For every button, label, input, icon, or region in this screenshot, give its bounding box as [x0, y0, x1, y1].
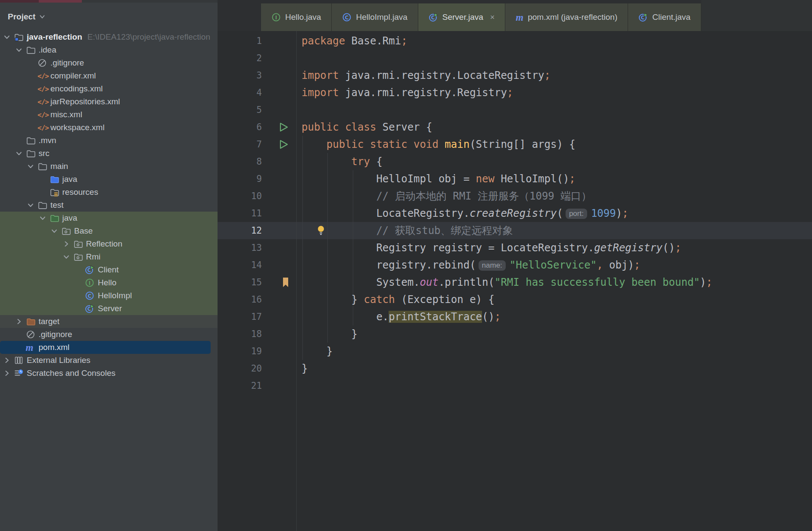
editor-line-15[interactable]: 15 System.out.println("RMI has successfu… [218, 274, 812, 291]
editor-line-13[interactable]: 13 Registry registry = LocateRegistry.ge… [218, 239, 812, 256]
tree-item-java[interactable]: java [0, 173, 218, 186]
tree-item-compiler-xml[interactable]: </>compiler.xml [0, 69, 218, 82]
tree-item-external-libraries[interactable]: External Libraries [0, 354, 218, 367]
tree-item--gitignore[interactable]: .gitignore [0, 328, 218, 341]
editor-line-20[interactable]: 20} [218, 360, 812, 377]
editor-line-11[interactable]: 11 LocateRegistry.createRegistry(port:10… [218, 205, 812, 222]
editor-line-6[interactable]: 6public class Server { [218, 119, 812, 136]
chevron-down-icon[interactable] [3, 33, 11, 41]
editor-line-17[interactable]: 17 e.printStackTrace(); [218, 308, 812, 325]
run-icon[interactable] [278, 122, 289, 133]
tree-item-encodings-xml[interactable]: </>encodings.xml [0, 82, 218, 95]
editor-line-5[interactable]: 5 [218, 101, 812, 119]
tree-item-workspace-xml[interactable]: </>workspace.xml [0, 121, 218, 134]
editor-line-4[interactable]: 4import java.rmi.registry.Registry; [218, 84, 812, 101]
tree-item--idea[interactable]: .idea [0, 44, 218, 56]
tab-pom-xml-java-reflection-[interactable]: mpom.xml (java-reflection) [505, 3, 628, 31]
tree-item-base[interactable]: Base [0, 225, 218, 237]
tree-item-helloimpl[interactable]: CHelloImpl [0, 289, 218, 302]
editor-line-7[interactable]: 7 public static void main(String[] args)… [218, 136, 812, 153]
bookmark-icon[interactable] [281, 277, 290, 288]
chevron-down-icon[interactable] [15, 46, 23, 54]
chevron-down-icon[interactable] [26, 201, 35, 209]
line-number[interactable]: 17 [218, 308, 263, 325]
line-number[interactable]: 10 [218, 187, 263, 205]
project-view-header[interactable]: Project [0, 3, 218, 23]
tree-item-server[interactable]: CServer [0, 302, 218, 315]
line-number[interactable]: 8 [218, 153, 263, 170]
tree-item--gitignore[interactable]: .gitignore [0, 56, 218, 69]
tree-item-rmi[interactable]: Rmi [0, 250, 218, 263]
line-number[interactable]: 16 [218, 291, 263, 308]
tree-item-resources[interactable]: resources [0, 186, 218, 199]
close-tab-icon[interactable]: × [490, 13, 495, 22]
line-number[interactable]: 3 [218, 67, 263, 84]
line-number[interactable]: 7 [218, 136, 263, 153]
chevron-down-icon[interactable] [15, 149, 23, 158]
tree-item-target[interactable]: target [0, 315, 218, 328]
chevron-down-icon[interactable] [62, 253, 71, 261]
editor-line-19[interactable]: 19 } [218, 343, 812, 360]
tree-item-jarrepositories-xml[interactable]: </>jarRepositories.xml [0, 95, 218, 108]
tree-item--mvn[interactable]: .mvn [0, 134, 218, 147]
tree-item-java[interactable]: java [0, 212, 218, 225]
editor-line-8[interactable]: 8 try { [218, 153, 812, 170]
editor-line-18[interactable]: 18 } [218, 325, 812, 343]
editor-line-21[interactable]: 21 [218, 377, 812, 394]
editor-line-10[interactable]: 10 // 启动本地的 RMI 注册服务（1099 端口） [218, 187, 812, 205]
line-number[interactable]: 4 [218, 84, 263, 101]
line-number[interactable]: 18 [218, 325, 263, 343]
gutter-bulb[interactable] [316, 225, 326, 236]
code-editor[interactable]: 1package Base.Rmi;23import java.rmi.regi… [218, 31, 812, 531]
editor-line-16[interactable]: 16 } catch (Exception e) { [218, 291, 812, 308]
editor-line-1[interactable]: 1package Base.Rmi; [218, 32, 812, 50]
line-number[interactable]: 15 [218, 274, 263, 291]
chevron-down-icon[interactable] [50, 227, 59, 235]
tree-item-test[interactable]: test [0, 199, 218, 212]
line-number[interactable]: 11 [218, 205, 263, 222]
tree-item-scratches-and-consoles[interactable]: Scratches and Consoles [0, 367, 218, 380]
line-number[interactable]: 19 [218, 343, 263, 360]
line-number[interactable]: 13 [218, 239, 263, 256]
tree-item-pom-xml[interactable]: mpom.xml [0, 341, 211, 354]
run-icon[interactable] [278, 139, 289, 150]
chevron-right-icon[interactable] [62, 240, 71, 248]
line-number[interactable]: 2 [218, 50, 263, 67]
editor-line-3[interactable]: 3import java.rmi.registry.LocateRegistry… [218, 67, 812, 84]
tab-server-java[interactable]: CServer.java× [418, 3, 506, 31]
tree-item-misc-xml[interactable]: </>misc.xml [0, 108, 218, 121]
line-number[interactable]: 20 [218, 360, 263, 377]
editor-line-9[interactable]: 9 HelloImpl obj = new HelloImpl(); [218, 170, 812, 187]
intention-bulb-icon[interactable] [316, 225, 326, 236]
chevron-down-icon[interactable] [26, 162, 35, 171]
line-number[interactable]: 6 [218, 119, 263, 136]
tree-item-java-reflection[interactable]: java-reflectionE:\IDEA123\project\java-r… [0, 31, 218, 44]
tree-item-client[interactable]: CClient [0, 263, 218, 276]
line-number[interactable]: 5 [218, 101, 263, 119]
gutter-run[interactable] [278, 122, 289, 133]
line-number[interactable]: 9 [218, 170, 263, 187]
tab-hello-java[interactable]: IHello.java [261, 3, 332, 31]
gutter-run[interactable] [278, 139, 289, 150]
tree-item-reflection[interactable]: Reflection [0, 237, 218, 250]
editor-line-12[interactable]: 12 // 获取stub、绑定远程对象 [218, 222, 812, 239]
editor-line-2[interactable]: 2 [218, 50, 812, 67]
line-number[interactable]: 12 [218, 222, 263, 239]
tab-client-java[interactable]: CClient.java [628, 3, 701, 31]
chevron-right-icon[interactable] [3, 356, 11, 365]
line-number[interactable]: 21 [218, 377, 263, 394]
chevron-right-icon[interactable] [3, 369, 11, 378]
code-text: HelloImpl obj = new HelloImpl(); [263, 170, 576, 187]
chevron-down-icon[interactable] [38, 13, 46, 21]
editor-line-14[interactable]: 14 registry.rebind(name:"HelloService", … [218, 256, 812, 274]
gutter-bookmark[interactable] [281, 277, 290, 288]
chevron-right-icon[interactable] [15, 317, 23, 326]
chevron-down-icon[interactable] [38, 214, 47, 222]
tree-item-src[interactable]: src [0, 147, 218, 160]
tree-item-main[interactable]: main [0, 160, 218, 173]
tab-helloimpl-java[interactable]: CHelloImpl.java [332, 3, 418, 31]
line-number[interactable]: 14 [218, 256, 263, 274]
tree-item-label: Scratches and Consoles [27, 369, 115, 378]
tree-item-hello[interactable]: IHello [0, 276, 218, 289]
line-number[interactable]: 1 [218, 32, 263, 50]
